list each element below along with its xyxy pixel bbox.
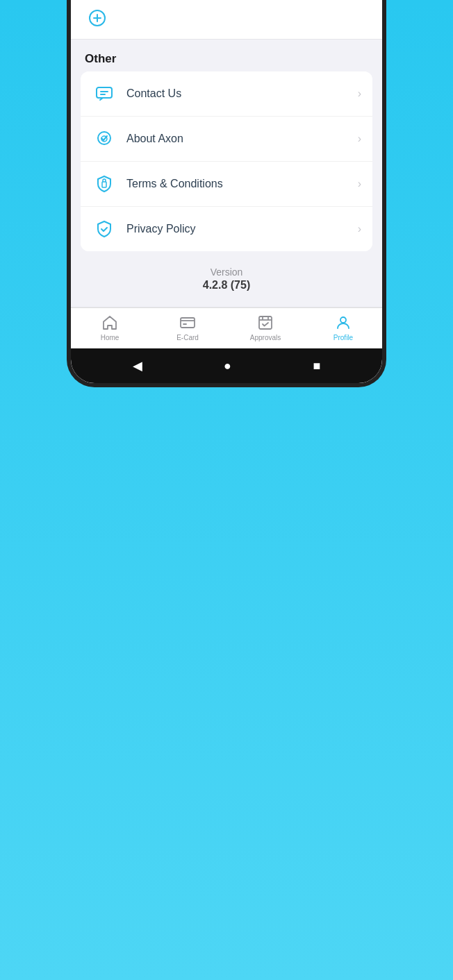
bottom-nav: Home E-Card (71, 307, 382, 348)
nav-item-home[interactable]: Home (89, 314, 131, 341)
section-header: Other (71, 40, 382, 71)
version-number: 4.2.8 (75) (85, 279, 368, 292)
profile-icon (334, 314, 352, 332)
chevron-right-icon: › (358, 178, 361, 190)
approvals-icon (256, 314, 274, 332)
axon-icon (92, 126, 117, 151)
section-title: Other (85, 52, 116, 65)
android-recent-button[interactable]: ■ (313, 359, 320, 373)
top-partial-item (71, 0, 382, 40)
phone-wrapper: Other Contact Us › (67, 0, 386, 387)
contact-us-label: Contact Us (126, 87, 358, 100)
checkshield-icon (92, 217, 117, 242)
menu-item-contact-us[interactable]: Contact Us › (81, 71, 372, 117)
android-back-button[interactable]: ◀ (133, 358, 142, 373)
svg-rect-1 (97, 87, 112, 98)
ecard-nav-label: E-Card (176, 334, 199, 341)
home-nav-label: Home (101, 334, 120, 341)
svg-rect-4 (181, 318, 195, 328)
shield-icon (92, 171, 117, 196)
menu-section: Contact Us › About Axon › (81, 71, 372, 251)
message-icon (92, 81, 117, 106)
partial-icon (85, 6, 110, 31)
terms-label: Terms & Conditions (126, 178, 358, 190)
menu-item-terms[interactable]: Terms & Conditions › (81, 162, 372, 207)
nav-item-approvals[interactable]: Approvals (245, 314, 286, 341)
privacy-label: Privacy Policy (126, 223, 358, 235)
svg-rect-3 (102, 182, 106, 187)
chevron-right-icon: › (358, 133, 361, 145)
svg-point-6 (340, 317, 346, 323)
svg-rect-5 (259, 316, 272, 329)
android-home-button[interactable]: ● (224, 359, 231, 373)
approvals-nav-label: Approvals (250, 334, 281, 341)
menu-item-about-axon[interactable]: About Axon › (81, 117, 372, 162)
ecard-icon (179, 314, 197, 332)
android-nav-bar: ◀ ● ■ (71, 348, 382, 383)
home-icon (101, 314, 119, 332)
chevron-right-icon: › (358, 87, 361, 100)
version-label: Version (85, 267, 368, 278)
phone-screen: Other Contact Us › (67, 0, 386, 387)
nav-item-profile[interactable]: Profile (322, 314, 364, 341)
menu-item-privacy[interactable]: Privacy Policy › (81, 207, 372, 251)
about-axon-label: About Axon (126, 133, 358, 145)
chevron-right-icon: › (358, 223, 361, 235)
profile-nav-label: Profile (333, 334, 353, 341)
version-section: Version 4.2.8 (75) (71, 251, 382, 307)
nav-item-ecard[interactable]: E-Card (167, 314, 208, 341)
